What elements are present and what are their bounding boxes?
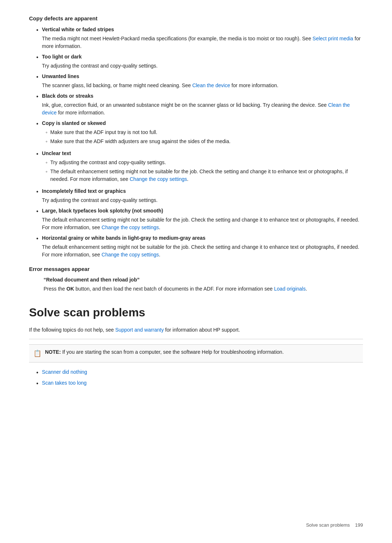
item-content: Unwanted lines The scanner glass, lid ba… (42, 73, 363, 89)
item-text: The default enhancement setting might no… (42, 244, 359, 258)
error-subheading: “Reload document and then reload job” (29, 276, 363, 284)
ok-bold: OK (66, 286, 74, 292)
item-text2: . (159, 224, 160, 230)
load-originals-link[interactable]: Load originals (274, 286, 306, 292)
item-text: The default enhancement setting might no… (42, 217, 359, 230)
intro-para: If the following topics do not help, see… (29, 326, 363, 334)
error-text-before: Press the (44, 286, 66, 292)
note-box: 📋 NOTE: If you are starting the scan fro… (29, 344, 363, 362)
list-item: Vertical white or faded stripes The medi… (29, 26, 363, 50)
copy-defects-section: Copy defects are apparent Vertical white… (29, 15, 363, 259)
item-content: Vertical white or faded stripes The medi… (42, 26, 363, 50)
item-content: Black dots or streaks Ink, glue, correct… (42, 92, 363, 117)
item-content: Horizontal grainy or white bands in ligh… (42, 234, 363, 259)
note-icon: 📋 (33, 349, 41, 358)
item-label: Vertical white or faded stripes (42, 27, 114, 32)
item-content: Incompletely filled text or graphics Try… (42, 187, 363, 204)
link-list-item: Scanner did nothing (29, 368, 363, 377)
item-text: The scanner glass, lid backing, or frame… (42, 82, 192, 88)
sub-list-item: The default enhancement setting might no… (42, 168, 363, 183)
item-text: The media might not meet Hewlett-Packard… (42, 36, 313, 41)
list-item: Large, black typefaces look splotchy (no… (29, 207, 363, 231)
note-label: NOTE: (45, 349, 61, 355)
item-content: Large, black typefaces look splotchy (no… (42, 207, 363, 231)
note-text: If you are starting the scan from a comp… (61, 349, 284, 355)
list-item: Too light or dark Try adjusting the cont… (29, 53, 363, 70)
item-text2: for more information. (57, 110, 105, 116)
sub-list-item: Try adjusting the contrast and copy-qual… (42, 159, 363, 166)
solve-scan-section: Solve scan problems If the following top… (29, 304, 363, 388)
sub-item-content: Make sure that the ADF width adjusters a… (50, 138, 363, 145)
footer-page: 199 (355, 522, 363, 528)
error-para: Press the OK button, and then load the n… (29, 285, 363, 293)
intro-text: If the following topics do not help, see (29, 327, 115, 333)
scan-links-list: Scanner did nothing Scan takes too long (29, 368, 363, 388)
list-item: Horizontal grainy or white bands in ligh… (29, 234, 363, 259)
scan-takes-too-long-link[interactable]: Scan takes too long (42, 379, 87, 387)
item-para: Try adjusting the contrast and copy-qual… (42, 196, 363, 204)
item-label: Too light or dark (42, 54, 82, 60)
sub-list: Try adjusting the contrast and copy-qual… (42, 159, 363, 183)
item-para: Ink, glue, correction fluid, or an unwan… (42, 101, 363, 117)
item-content: Too light or dark Try adjusting the cont… (42, 53, 363, 70)
item-content: Copy is slanted or skewed Make sure that… (42, 119, 363, 147)
sub-item-text: The default enhancement setting might no… (50, 169, 348, 182)
item-para: The media might not meet Hewlett-Packard… (42, 35, 363, 50)
copy-defects-list: Vertical white or faded stripes The medi… (29, 26, 363, 259)
sub-list-item: Make sure that the ADF input tray is not… (42, 129, 363, 136)
list-item: Incompletely filled text or graphics Try… (29, 187, 363, 204)
sub-item-content: Make sure that the ADF input tray is not… (50, 129, 363, 136)
sub-item-text2: . (187, 176, 188, 182)
note-content: NOTE: If you are starting the scan from … (45, 348, 284, 356)
page-title: Solve scan problems (29, 304, 363, 321)
link-list-item: Scan takes too long (29, 379, 363, 388)
list-item: Unwanted lines The scanner glass, lid ba… (29, 73, 363, 89)
scanner-did-nothing-link[interactable]: Scanner did nothing (42, 368, 87, 376)
item-label: Copy is slanted or skewed (42, 120, 106, 126)
sub-list: Make sure that the ADF input tray is not… (42, 129, 363, 145)
intro-after: for information about HP support. (164, 327, 240, 333)
item-para: The default enhancement setting might no… (42, 216, 363, 231)
item-para: The scanner glass, lid backing, or frame… (42, 82, 363, 89)
footer: Solve scan problems 199 (306, 522, 363, 529)
item-para: Try adjusting the contrast and copy-qual… (42, 62, 363, 70)
item-label: Unwanted lines (42, 73, 79, 79)
item-content: Unclear text Try adjusting the contrast … (42, 150, 363, 185)
sub-item-text: Try adjusting the contrast and copy-qual… (50, 159, 166, 165)
item-label: Large, black typefaces look splotchy (no… (42, 208, 163, 214)
support-warranty-link[interactable]: Support and warranty (115, 327, 164, 333)
list-item: Unclear text Try adjusting the contrast … (29, 150, 363, 185)
error-text-after: button, and then load the next batch of … (74, 286, 274, 292)
top-divider (29, 339, 363, 339)
item-label: Unclear text (42, 150, 71, 156)
error-link-after: . (306, 286, 307, 292)
item-label: Black dots or streaks (42, 93, 94, 99)
list-item: Black dots or streaks Ink, glue, correct… (29, 92, 363, 117)
change-copy-settings-link-2[interactable]: Change the copy settings (102, 224, 159, 230)
item-label: Horizontal grainy or white bands in ligh… (42, 235, 205, 241)
item-text2: . (159, 252, 160, 258)
footer-text: Solve scan problems (306, 522, 350, 528)
change-copy-settings-link-1[interactable]: Change the copy settings (130, 176, 187, 182)
change-copy-settings-link-3[interactable]: Change the copy settings (102, 252, 159, 258)
item-text2: for more information. (230, 82, 278, 88)
list-item: Copy is slanted or skewed Make sure that… (29, 119, 363, 147)
sub-item-content: Try adjusting the contrast and copy-qual… (50, 159, 363, 166)
item-para: The default enhancement setting might no… (42, 243, 363, 259)
item-label: Incompletely filled text or graphics (42, 188, 126, 194)
sub-item-content: The default enhancement setting might no… (50, 168, 363, 183)
error-messages-heading: Error messages appear (29, 265, 363, 273)
clean-device-link-1[interactable]: Clean the device (192, 82, 230, 88)
item-text: Ink, glue, correction fluid, or an unwan… (42, 102, 328, 108)
select-print-media-link[interactable]: Select print media (313, 36, 353, 41)
copy-defects-heading: Copy defects are apparent (29, 15, 363, 23)
sub-list-item: Make sure that the ADF width adjusters a… (42, 138, 363, 145)
error-messages-section: Error messages appear “Reload document a… (29, 265, 363, 293)
